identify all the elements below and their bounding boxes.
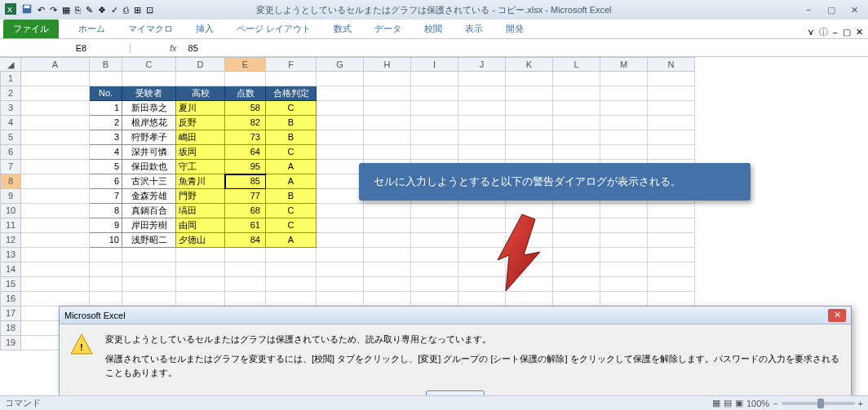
cell[interactable]: [553, 145, 600, 160]
view-normal-icon[interactable]: ▦: [712, 398, 720, 408]
cell[interactable]: B: [266, 116, 317, 130]
qat-icon[interactable]: ❖: [98, 5, 106, 15]
cell[interactable]: [600, 262, 648, 277]
cell[interactable]: 8: [90, 204, 122, 218]
cell[interactable]: C: [266, 101, 317, 116]
cell[interactable]: [364, 72, 411, 86]
cell[interactable]: [553, 72, 600, 86]
cell[interactable]: [225, 292, 266, 306]
qat-icon[interactable]: ▦: [62, 5, 70, 15]
cell[interactable]: [458, 130, 506, 145]
cell[interactable]: [364, 277, 411, 292]
cell[interactable]: 10: [90, 233, 122, 248]
cell[interactable]: 守工: [176, 160, 225, 174]
cell[interactable]: 嶋田: [176, 130, 225, 145]
cell[interactable]: 95: [225, 160, 266, 174]
cell[interactable]: [225, 277, 266, 292]
row-header[interactable]: 2: [0, 86, 21, 101]
cell[interactable]: [317, 160, 364, 174]
tab-home[interactable]: ホーム: [67, 20, 117, 38]
cell[interactable]: [648, 262, 695, 277]
tab-insert[interactable]: 挿入: [184, 20, 225, 38]
cell[interactable]: [553, 262, 600, 277]
cell[interactable]: 坂岡: [176, 145, 225, 160]
cell[interactable]: C: [266, 204, 317, 218]
cell[interactable]: A: [266, 233, 317, 248]
qat-icon[interactable]: ✓: [111, 5, 118, 15]
redo-icon[interactable]: ↷: [50, 5, 57, 15]
cell[interactable]: 合格判定: [266, 86, 317, 101]
cell[interactable]: [600, 130, 648, 145]
cell[interactable]: [317, 248, 364, 262]
ribbon-min-icon[interactable]: −: [833, 28, 838, 37]
tab-dev[interactable]: 開発: [494, 20, 535, 38]
cell[interactable]: [225, 262, 266, 277]
cell[interactable]: 77: [225, 189, 266, 204]
cell[interactable]: [600, 204, 648, 218]
cell[interactable]: 6: [90, 174, 122, 189]
cell[interactable]: 受験者: [122, 86, 176, 101]
cell[interactable]: [411, 130, 458, 145]
cell[interactable]: [411, 72, 458, 86]
cell[interactable]: [266, 248, 317, 262]
cell[interactable]: [21, 72, 90, 86]
cell[interactable]: [506, 116, 553, 130]
cell[interactable]: [317, 292, 364, 306]
cell[interactable]: [364, 204, 411, 218]
tab-file[interactable]: ファイル: [3, 20, 59, 38]
cell[interactable]: [600, 101, 648, 116]
cell[interactable]: [411, 101, 458, 116]
cell[interactable]: [411, 86, 458, 101]
cell[interactable]: 高校: [176, 86, 225, 101]
cell[interactable]: [458, 116, 506, 130]
cell[interactable]: [90, 292, 122, 306]
cell[interactable]: [600, 233, 648, 248]
view-pagelayout-icon[interactable]: ▤: [724, 398, 732, 408]
cell[interactable]: [21, 189, 90, 204]
cell[interactable]: [600, 72, 648, 86]
save-icon[interactable]: [21, 3, 33, 16]
cell[interactable]: 2: [90, 116, 122, 130]
cell[interactable]: C: [266, 145, 317, 160]
cell[interactable]: [411, 292, 458, 306]
cell[interactable]: [553, 277, 600, 292]
view-pagebreak-icon[interactable]: ▣: [735, 398, 743, 408]
cell[interactable]: [458, 86, 506, 101]
cell[interactable]: [648, 204, 695, 218]
cell[interactable]: 9: [90, 218, 122, 233]
cell[interactable]: 新田恭之: [122, 101, 176, 116]
row-header[interactable]: 11: [0, 218, 21, 233]
cell[interactable]: [648, 248, 695, 262]
zoom-controls[interactable]: ▦ ▤ ▣ 100% − +: [712, 398, 863, 408]
cell[interactable]: [317, 233, 364, 248]
col-header[interactable]: H: [364, 57, 411, 72]
cell[interactable]: [225, 248, 266, 262]
cell[interactable]: [90, 262, 122, 277]
col-header[interactable]: A: [21, 57, 90, 72]
cell[interactable]: 61: [225, 218, 266, 233]
col-header[interactable]: M: [600, 57, 648, 72]
cell[interactable]: [21, 292, 90, 306]
cell[interactable]: [411, 233, 458, 248]
cell[interactable]: [122, 292, 176, 306]
cell[interactable]: 4: [90, 145, 122, 160]
col-header[interactable]: D: [176, 57, 225, 72]
cell[interactable]: [458, 101, 506, 116]
cell[interactable]: [458, 72, 506, 86]
cell[interactable]: 狩野孝子: [122, 130, 176, 145]
cell[interactable]: [648, 277, 695, 292]
row-header[interactable]: 12: [0, 233, 21, 248]
ribbon-close-icon[interactable]: ✕: [856, 27, 863, 37]
cell[interactable]: [317, 174, 364, 189]
cell[interactable]: [176, 248, 225, 262]
help-icon[interactable]: ⓘ: [819, 26, 828, 38]
dialog-close-button[interactable]: ✕: [828, 309, 846, 322]
cell[interactable]: 深井可憐: [122, 145, 176, 160]
row-header[interactable]: 15: [0, 277, 21, 292]
cell[interactable]: 3: [90, 130, 122, 145]
col-header[interactable]: N: [648, 57, 695, 72]
col-header[interactable]: E: [225, 57, 266, 72]
cell[interactable]: 73: [225, 130, 266, 145]
cell[interactable]: [600, 292, 648, 306]
cell[interactable]: [21, 116, 90, 130]
